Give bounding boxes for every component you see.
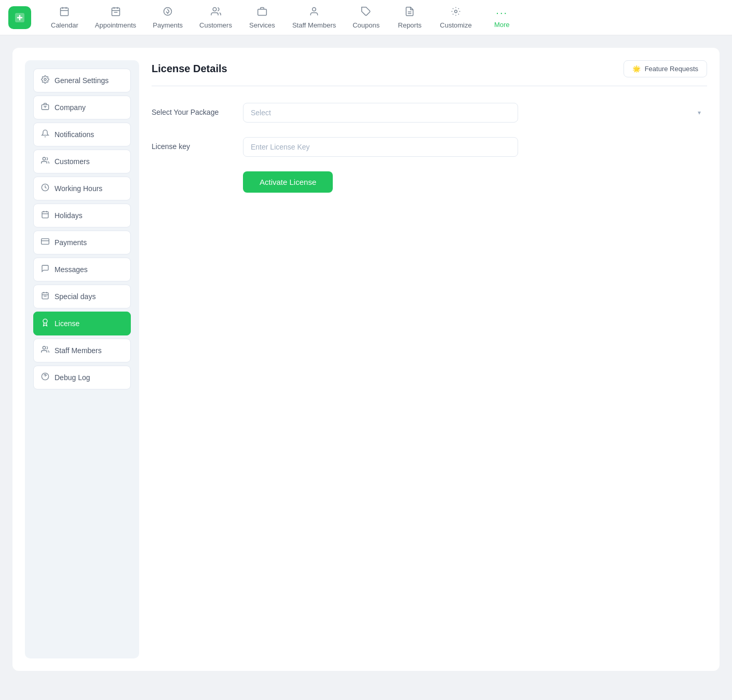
- nav-staff-members[interactable]: Staff Members: [285, 2, 343, 33]
- customize-icon: [451, 6, 461, 19]
- sidebar-label-messages: Messages: [55, 265, 88, 274]
- package-label: Select Your Package: [152, 103, 235, 116]
- svg-point-35: [43, 346, 45, 349]
- nav-coupons-label: Coupons: [353, 21, 379, 29]
- app-logo[interactable]: [8, 6, 31, 29]
- sidebar-item-company[interactable]: Company: [33, 96, 131, 119]
- svg-rect-12: [258, 9, 267, 15]
- page-title: License Details: [152, 63, 227, 75]
- special-days-icon: [41, 291, 49, 302]
- svg-point-18: [44, 78, 46, 80]
- settings-sidebar: General Settings Company Notificati: [25, 60, 139, 658]
- activate-license-label: Activate License: [260, 178, 316, 186]
- svg-point-22: [43, 157, 45, 160]
- svg-point-17: [454, 10, 457, 12]
- license-key-label: License key: [152, 137, 235, 151]
- nav-payments[interactable]: Payments: [145, 2, 190, 33]
- activate-row: Activate License: [152, 171, 707, 193]
- nav-more-label: More: [494, 21, 510, 29]
- sidebar-label-holidays: Holidays: [55, 211, 83, 220]
- license-key-field: [243, 137, 707, 157]
- sidebar-item-payments[interactable]: Payments: [33, 231, 131, 254]
- customers-sidebar-icon: [41, 156, 49, 167]
- payments-icon: [162, 6, 173, 19]
- staff-icon: [309, 6, 319, 19]
- sidebar-label-debug-log: Debug Log: [55, 373, 90, 382]
- sidebar-label-staff-members: Staff Members: [55, 346, 102, 355]
- sidebar-item-general-settings[interactable]: General Settings: [33, 69, 131, 92]
- holidays-icon: [41, 210, 49, 221]
- nav-reports-label: Reports: [398, 21, 422, 29]
- nav-reports[interactable]: Reports: [389, 2, 430, 33]
- services-icon: [257, 6, 267, 19]
- sidebar-item-working-hours[interactable]: Working Hours: [33, 177, 131, 200]
- sidebar-label-special-days: Special days: [55, 292, 96, 301]
- nav-calendar[interactable]: Calendar: [44, 2, 86, 33]
- payments-sidebar-icon: [41, 237, 49, 248]
- license-content: License Details 🌟 Feature Requests Selec…: [152, 60, 707, 658]
- license-key-row: License key: [152, 137, 707, 157]
- svg-point-10: [164, 7, 172, 15]
- svg-rect-24: [42, 212, 48, 218]
- sidebar-label-payments: Payments: [55, 238, 87, 247]
- nav-appointments[interactable]: Appointments: [88, 2, 144, 33]
- content-header: License Details 🌟 Feature Requests: [152, 60, 707, 86]
- appointments-icon: [111, 6, 121, 19]
- sidebar-item-holidays[interactable]: Holidays: [33, 204, 131, 227]
- svg-rect-28: [42, 239, 49, 245]
- calendar-icon: [59, 6, 70, 19]
- nav-more[interactable]: ··· More: [481, 3, 523, 33]
- sidebar-label-working-hours: Working Hours: [55, 184, 102, 193]
- sidebar-item-messages[interactable]: Messages: [33, 258, 131, 281]
- nav-customize-label: Customize: [440, 21, 471, 29]
- nav-staff-label: Staff Members: [292, 21, 336, 29]
- package-select[interactable]: Select: [243, 103, 518, 123]
- debug-icon: [41, 372, 49, 383]
- svg-point-13: [313, 7, 316, 11]
- chevron-down-icon: ▾: [698, 109, 701, 116]
- sidebar-item-debug-log[interactable]: Debug Log: [33, 366, 131, 389]
- nav-payments-label: Payments: [153, 21, 183, 29]
- nav-customers-label: Customers: [199, 21, 232, 29]
- customers-icon: [211, 6, 221, 19]
- feature-requests-label: Feature Requests: [645, 65, 698, 73]
- svg-rect-5: [112, 8, 119, 16]
- license-icon: [41, 318, 49, 329]
- nav-coupons[interactable]: Coupons: [345, 2, 387, 33]
- nav-calendar-label: Calendar: [51, 21, 78, 29]
- clock-icon: [41, 183, 49, 194]
- package-field: Select ▾: [243, 103, 707, 123]
- main-wrapper: General Settings Company Notificati: [0, 35, 732, 683]
- messages-icon: [41, 264, 49, 275]
- sidebar-label-notifications: Notifications: [55, 130, 94, 139]
- license-form: Select Your Package Select ▾ License key: [152, 103, 707, 193]
- nav-appointments-label: Appointments: [95, 21, 137, 29]
- sidebar-label-license: License: [55, 319, 79, 328]
- company-icon: [41, 102, 49, 113]
- sidebar-label-customers: Customers: [55, 157, 90, 166]
- gear-icon: [41, 75, 49, 86]
- reports-icon: [404, 6, 415, 19]
- coupons-icon: [361, 6, 371, 19]
- sidebar-item-license[interactable]: License: [33, 312, 131, 335]
- feature-requests-button[interactable]: 🌟 Feature Requests: [623, 60, 707, 77]
- nav-customize[interactable]: Customize: [432, 2, 479, 33]
- sidebar-item-customers[interactable]: Customers: [33, 150, 131, 173]
- nav-services-label: Services: [249, 21, 275, 29]
- sidebar-item-staff-members[interactable]: Staff Members: [33, 339, 131, 362]
- svg-point-11: [213, 7, 216, 11]
- package-row: Select Your Package Select ▾: [152, 103, 707, 123]
- bell-icon: [41, 129, 49, 140]
- nav-customers[interactable]: Customers: [192, 2, 239, 33]
- license-key-input[interactable]: [243, 137, 518, 157]
- package-select-wrapper: Select ▾: [243, 103, 707, 123]
- nav-services[interactable]: Services: [241, 2, 283, 33]
- feature-requests-icon: 🌟: [632, 65, 641, 73]
- sidebar-label-general-settings: General Settings: [55, 76, 109, 85]
- sidebar-item-notifications[interactable]: Notifications: [33, 123, 131, 146]
- activate-license-button[interactable]: Activate License: [243, 171, 333, 193]
- sidebar-item-special-days[interactable]: Special days: [33, 285, 131, 308]
- main-card: General Settings Company Notificati: [12, 48, 720, 671]
- more-icon: ···: [496, 7, 508, 19]
- sidebar-label-company: Company: [55, 103, 86, 112]
